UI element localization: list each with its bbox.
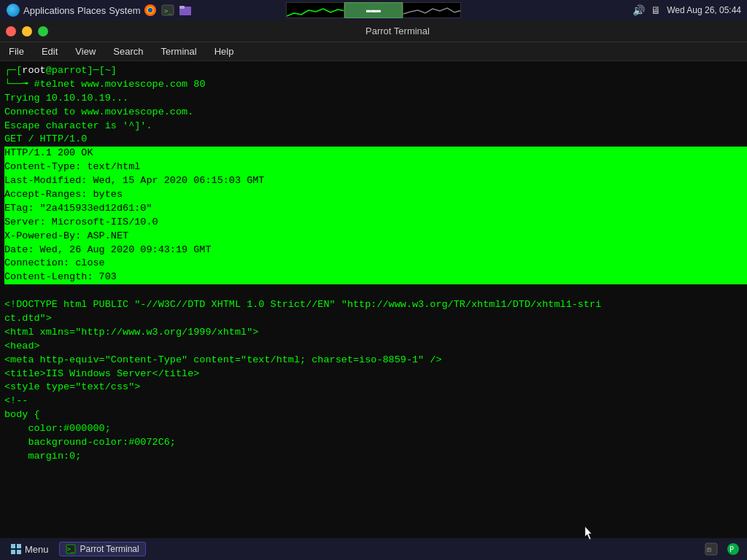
- bottom-bar-right: ⊞ P: [703, 541, 741, 557]
- search-menu[interactable]: Search: [110, 44, 146, 58]
- terminal-window: Parrot Terminal File Edit View Search Te…: [0, 20, 747, 560]
- help-menu[interactable]: Help: [212, 44, 237, 58]
- svg-rect-8: [17, 544, 21, 548]
- svg-point-2: [148, 8, 152, 12]
- top-bar-right: 🔊 🖥 Wed Aug 26, 05:44: [632, 4, 741, 16]
- terminal-title-bar: Parrot Terminal: [0, 20, 747, 42]
- active-terminal-preview[interactable]: ▬▬▬: [344, 2, 403, 18]
- terminal-menu[interactable]: Terminal: [158, 44, 200, 58]
- svg-rect-9: [11, 550, 15, 554]
- terminal-taskbar-label: Parrot Terminal: [80, 544, 139, 554]
- filemanager-icon[interactable]: [178, 3, 193, 18]
- file-menu[interactable]: File: [6, 44, 27, 58]
- svg-text:>_: >_: [67, 546, 74, 553]
- terminal-content[interactable]: ┌─[root@parrot]─[~] └──╼ #telnet www.mov…: [0, 61, 747, 560]
- system-menu[interactable]: System: [109, 5, 140, 16]
- top-bar-center: ▬▬▬: [286, 2, 461, 18]
- datetime-display: Wed Aug 26, 05:44: [667, 5, 741, 15]
- edit-menu[interactable]: Edit: [39, 44, 61, 58]
- svg-text:>_: >_: [164, 7, 172, 15]
- top-bar-left: Applications Places System >_: [6, 3, 193, 18]
- svg-rect-7: [11, 544, 15, 548]
- terminal-title: Parrot Terminal: [54, 26, 741, 36]
- view-menu[interactable]: View: [72, 44, 98, 58]
- places-menu[interactable]: Places: [77, 5, 106, 16]
- terminal-taskbar-button[interactable]: >_ Parrot Terminal: [59, 542, 146, 556]
- top-bar: Applications Places System >_: [0, 0, 747, 20]
- firefox-icon[interactable]: [143, 3, 158, 18]
- close-button[interactable]: [6, 26, 16, 36]
- svg-text:⊞: ⊞: [707, 545, 711, 553]
- parrot-logo-icon: [6, 3, 20, 18]
- grid-icon: [10, 543, 22, 555]
- monitor-icon: 🖥: [651, 4, 661, 16]
- tray-icon-left[interactable]: ⊞: [703, 541, 719, 557]
- applications-menu[interactable]: Applications: [23, 5, 74, 16]
- menu-button[interactable]: Menu: [6, 542, 53, 556]
- maximize-button[interactable]: [38, 26, 48, 36]
- graph-preview-right: [403, 2, 461, 18]
- menu-bar: File Edit View Search Terminal Help: [0, 42, 747, 61]
- terminal-output: ┌─[root@parrot]─[~] └──╼ #telnet www.mov…: [4, 64, 743, 464]
- tray-icon-parrot[interactable]: P: [725, 541, 741, 557]
- svg-text:P: P: [729, 545, 734, 553]
- svg-rect-6: [179, 6, 185, 9]
- terminal-icon[interactable]: >_: [160, 3, 175, 18]
- svg-rect-10: [17, 550, 21, 554]
- graph-preview-left: [286, 2, 344, 18]
- menu-label: Menu: [25, 544, 49, 555]
- bottom-taskbar: Menu >_ Parrot Terminal ⊞ P: [0, 538, 747, 560]
- speaker-icon: 🔊: [632, 4, 645, 16]
- terminal-taskbar-icon: >_: [66, 544, 76, 554]
- minimize-button[interactable]: [22, 26, 32, 36]
